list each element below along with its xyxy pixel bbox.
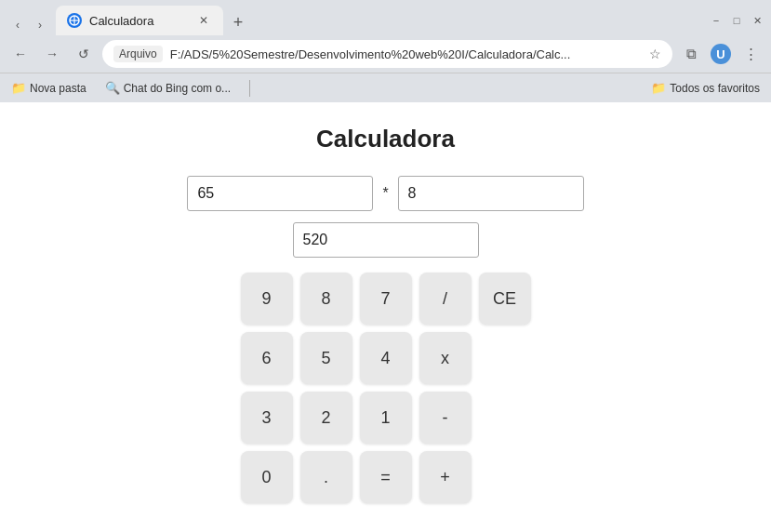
bookmark-nova-pasta[interactable]: 📁 Nova pasta <box>7 79 90 97</box>
new-tab-btn[interactable]: + <box>225 9 251 35</box>
profile-btn[interactable]: U <box>708 41 734 67</box>
tab-favicon <box>67 13 82 28</box>
title-bar: ‹ › Calculadora ✕ + − □ ✕ <box>0 0 771 35</box>
bookmark-bing[interactable]: 🔍 Chat do Bing com o... <box>101 79 234 97</box>
address-bar[interactable]: Arquivo F:/ADS/5%20Semestre/Desenvolvime… <box>102 40 672 68</box>
btn-multiply[interactable]: x <box>419 332 472 384</box>
calc-inputs: * <box>187 176 583 211</box>
reload-btn[interactable]: ↺ <box>71 41 97 67</box>
btn-0[interactable]: 0 <box>241 451 293 503</box>
calc-input-2[interactable] <box>398 176 584 211</box>
address-url: F:/ADS/5%20Semestre/Desenvolvimento%20we… <box>170 47 642 61</box>
tab-back-btn[interactable]: ‹ <box>7 15 28 35</box>
menu-btn[interactable]: ⋮ <box>738 41 764 67</box>
close-btn[interactable]: ✕ <box>751 14 764 27</box>
nav-bar: ← → ↺ Arquivo F:/ADS/5%20Semestre/Desenv… <box>0 35 771 73</box>
bookmarks-divider <box>249 80 250 97</box>
star-icon[interactable]: ☆ <box>649 47 661 61</box>
btn-subtract[interactable]: - <box>419 392 472 444</box>
favorites-folder-icon: 📁 <box>651 81 666 95</box>
nova-pasta-label: Nova pasta <box>30 82 86 95</box>
calc-result[interactable] <box>293 222 479 258</box>
btn-9[interactable]: 9 <box>241 273 293 325</box>
btn-1[interactable]: 1 <box>360 392 412 444</box>
btn-equals[interactable]: = <box>360 451 412 503</box>
active-tab[interactable]: Calculadora ✕ <box>56 6 223 35</box>
browser-chrome: ‹ › Calculadora ✕ + − □ ✕ <box>0 0 771 102</box>
window-controls: − □ ✕ <box>710 14 764 27</box>
maximize-btn[interactable]: □ <box>730 14 743 27</box>
tab-close-btn[interactable]: ✕ <box>195 12 212 29</box>
btn-divide[interactable]: / <box>419 273 472 325</box>
bing-label: Chat do Bing com o... <box>124 82 231 95</box>
btn-8[interactable]: 8 <box>300 273 352 325</box>
bookmark-todos-favoritos[interactable]: 📁 Todos os favoritos <box>647 79 764 97</box>
address-badge: Arquivo <box>113 46 163 62</box>
btn-7[interactable]: 7 <box>360 273 412 325</box>
btn-dot[interactable]: . <box>300 451 352 503</box>
back-btn[interactable]: ← <box>7 41 33 67</box>
btn-4[interactable]: 4 <box>360 332 412 384</box>
tab-list: ‹ › Calculadora ✕ + <box>7 6 698 35</box>
bookmarks-bar: 📁 Nova pasta 🔍 Chat do Bing com o... 📁 T… <box>0 73 771 102</box>
minimize-btn[interactable]: − <box>710 14 723 27</box>
btn-ce[interactable]: CE <box>479 273 531 325</box>
todos-favoritos-label: Todos os favoritos <box>670 82 760 95</box>
tab-forward-btn[interactable]: › <box>30 15 50 35</box>
btn-3[interactable]: 3 <box>241 392 293 444</box>
forward-btn[interactable]: → <box>39 41 65 67</box>
btn-6[interactable]: 6 <box>241 332 293 384</box>
btn-5[interactable]: 5 <box>300 332 352 384</box>
folder-icon: 📁 <box>11 81 26 95</box>
btn-2[interactable]: 2 <box>300 392 352 444</box>
nav-right-icons: ⧉ U ⋮ <box>678 41 764 67</box>
calc-operator-display: * <box>379 185 392 202</box>
calc-buttons: 987/CE654x321-0.=+ <box>241 273 531 503</box>
calc-title: Calculadora <box>316 125 455 153</box>
tab-title-label: Calculadora <box>89 14 153 28</box>
calc-input-1[interactable] <box>187 176 373 211</box>
btn-add[interactable]: + <box>419 451 472 503</box>
page-content: Calculadora * 987/CE654x321-0.=+ <box>0 102 771 532</box>
bing-icon: 🔍 <box>105 81 120 95</box>
split-btn[interactable]: ⧉ <box>678 41 704 67</box>
